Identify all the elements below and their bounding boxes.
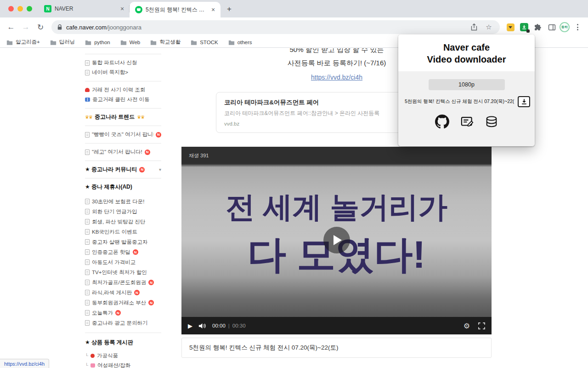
extension-popup: Naver cafe Video downloader 1080p 5천원의 행…: [398, 34, 535, 146]
sidebar-item-ad[interactable]: TV+인터넷 최저가 할인: [85, 267, 161, 277]
bookmark-label: Web: [130, 40, 140, 45]
play-button[interactable]: ▶: [188, 322, 192, 329]
reload-button[interactable]: ↻: [34, 21, 47, 34]
sidebar-header-partners-ad[interactable]: ★ 중나 제휴사(AD): [85, 182, 161, 192]
bookmark-label: python: [94, 40, 110, 45]
sidebar-item-ad[interactable]: 인증중고폰 핫딜N: [85, 247, 161, 257]
sidebar-header-community[interactable]: ★ 중고나라 커뮤니티N▾: [85, 165, 161, 174]
extension-title: Naver cafe Video downloader: [398, 34, 535, 71]
cafe-sidebar: 통합 파트너사 신청 네이버 쪽지함> 거래 전 사기 이력 조회 중고거래 클…: [85, 48, 161, 368]
back-button[interactable]: ←: [5, 21, 17, 34]
doc-icon: [85, 239, 90, 245]
bookmark-item[interactable]: others: [228, 40, 252, 45]
bookmark-star-icon[interactable]: ☆: [483, 22, 494, 33]
new-badge: N: [148, 280, 154, 285]
new-badge: N: [145, 150, 150, 155]
browser-window: N NAVER × 5천원의 행복! 킨텍스 신규 체험 전시 × + ← → …: [0, 0, 588, 368]
sidebar-item-ad[interactable]: 중고차 살땐 발품중고차: [85, 237, 161, 247]
sidebar-item-womens-fashion[interactable]: └여성패션/잡화: [85, 361, 161, 368]
play-count: 재생 391: [189, 152, 209, 159]
doc-icon: [85, 150, 90, 155]
quality-select[interactable]: 1080p: [429, 79, 505, 90]
sidebar-item-ad[interactable]: 회생, 파산 빚탕감 진단: [85, 217, 161, 227]
sidebar-header-trend[interactable]: ♛♛중고나라 트렌드♛♛: [85, 112, 161, 122]
sidebar-item-ad[interactable]: 동부회원권거래소 부산N: [85, 298, 161, 308]
tree-connector: └: [85, 353, 88, 358]
sidebar-item-ad[interactable]: 외환 단기 연금가입: [85, 207, 161, 217]
new-badge: N: [148, 300, 154, 305]
play-overlay-button[interactable]: [323, 227, 350, 253]
bookmark-item[interactable]: 딥러닝: [50, 39, 75, 46]
minimize-window-button[interactable]: [17, 6, 23, 12]
crown-icon: ♛♛: [85, 115, 92, 120]
doc-icon: [85, 300, 90, 305]
sidebar-item-ad[interactable]: 중고나라 광고 문의하기: [85, 318, 161, 328]
tab-naver[interactable]: N NAVER ×: [39, 0, 130, 17]
sidebar-item-clean-dictionary[interactable]: 중고거래 클린 사전 이동: [85, 95, 161, 104]
donate-coins-icon[interactable]: [485, 115, 498, 129]
bookmark-label: STOCK: [200, 40, 218, 45]
sidebar-item-processed-food[interactable]: └가공식품: [85, 351, 161, 361]
close-icon[interactable]: ×: [119, 5, 126, 12]
book-icon: [85, 98, 90, 102]
new-tab-button[interactable]: +: [223, 3, 235, 15]
video-player[interactable]: 재생 391 전 세계 놀거리가 다 모였다! ▶ 00:00 | 00:30: [181, 147, 492, 334]
sidebar-item-ad[interactable]: 라식,라섹 게시판N: [85, 288, 161, 298]
sidebar-item-partner-apply[interactable]: 통합 파트너사 신청: [85, 58, 161, 68]
sidebar-item-ad[interactable]: 30초만에 보험료 다운!: [85, 196, 161, 207]
profile-avatar[interactable]: 동하: [560, 22, 570, 32]
browser-toolbar: ← → ↻ cafe.naver.com/joonggonara ☆: [0, 17, 588, 37]
video-overlay-text-line1: 전 세계 놀거리가: [181, 187, 492, 227]
forward-button[interactable]: →: [19, 21, 32, 34]
status-bar-link-preview: https://vvd.bz/ci4h: [0, 359, 49, 368]
sidebar-item-ad[interactable]: 최저가골프/콘도회원권N: [85, 277, 161, 288]
share-icon[interactable]: [469, 22, 480, 33]
fullscreen-icon[interactable]: [478, 322, 485, 329]
lock-icon: [57, 24, 62, 30]
doc-icon: [85, 290, 90, 295]
sidebar-item-ad[interactable]: 아동도서 가격비교: [85, 257, 161, 267]
doc-icon: [85, 132, 90, 138]
sidebar-item-fraud-check[interactable]: 거래 전 사기 이력 조회: [85, 85, 161, 95]
play-icon: [334, 235, 342, 245]
extension-badge: [526, 29, 530, 33]
close-window-button[interactable]: [8, 6, 14, 12]
zoom-window-button[interactable]: [27, 6, 32, 12]
close-icon[interactable]: ×: [209, 6, 217, 13]
bookmark-item[interactable]: 학교생활: [150, 39, 181, 46]
download-button[interactable]: [518, 96, 530, 107]
sidebar-header-product-board[interactable]: ★ 상품 등록 게시판: [85, 338, 161, 347]
extension-icon-video-downloader[interactable]: [518, 21, 530, 33]
sidebar-item-lego[interactable]: "레고" 여기서 팝니다!N: [85, 147, 161, 157]
bookmark-item[interactable]: python: [85, 40, 110, 45]
doc-icon: [85, 310, 90, 316]
volume-icon[interactable]: [198, 322, 206, 329]
extension-title-line2: Video downloader: [398, 53, 535, 65]
extensions-puzzle-icon[interactable]: [532, 21, 544, 33]
tab-title: 5천원의 행복! 킨텍스 신규 체험 전시: [146, 6, 206, 14]
bookmark-item[interactable]: 알고리즘+: [6, 39, 40, 46]
extension-title-line1: Naver cafe: [398, 41, 535, 53]
tab-cafe-post[interactable]: 5천원의 행복! 킨텍스 신규 체험 전시 ×: [130, 2, 220, 17]
bookmark-item[interactable]: STOCK: [191, 40, 218, 45]
tab-title: NAVER: [55, 6, 115, 12]
doc-icon: [85, 259, 90, 265]
url-path: /joonggonara: [107, 24, 141, 31]
feedback-memo-icon[interactable]: [460, 115, 474, 129]
sidebar-item-naver-note[interactable]: 네이버 쪽지함>: [85, 68, 161, 77]
url-host: cafe.naver.com: [66, 24, 107, 31]
new-badge: N: [115, 310, 121, 316]
sidebar-item-bbangbbang-goods[interactable]: "빵빵이 굿즈" 여기서 팝니다!N: [85, 130, 161, 139]
side-panel-icon[interactable]: [546, 21, 558, 33]
github-icon[interactable]: [435, 115, 449, 129]
bookmark-item[interactable]: Web: [120, 40, 140, 45]
more-menu-icon[interactable]: [571, 21, 583, 33]
extension-body: 1080p 5천원의 행복! 킨텍스 신규 체험 전시 07.20(목)~22(…: [398, 71, 535, 146]
sidebar-item-ad[interactable]: 오늘특가N: [85, 308, 161, 318]
address-bar[interactable]: cafe.naver.com/joonggonara ☆: [51, 20, 500, 34]
chevron-down-icon[interactable]: ▾: [159, 167, 161, 172]
sidebar-item-ad[interactable]: KB국민카드 이벤트: [85, 227, 161, 237]
extension-icon-yellow[interactable]: [504, 21, 516, 33]
settings-gear-icon[interactable]: ⚙: [464, 322, 470, 330]
siren-icon: [85, 88, 90, 92]
